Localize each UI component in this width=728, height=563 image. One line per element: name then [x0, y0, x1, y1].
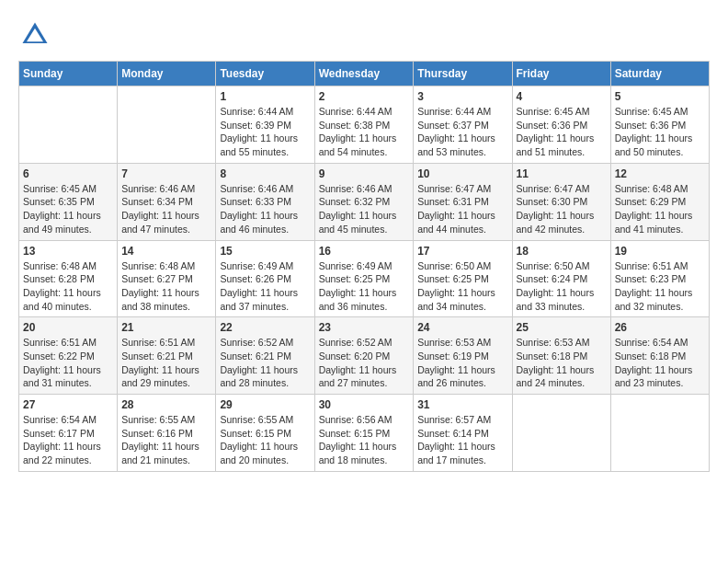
calendar-cell	[610, 395, 709, 472]
day-info: Sunrise: 6:45 AM Sunset: 6:35 PM Dayligh…	[23, 182, 113, 236]
column-header-wednesday: Wednesday	[314, 62, 414, 86]
calendar-week-row: 13Sunrise: 6:48 AM Sunset: 6:28 PM Dayli…	[19, 240, 710, 317]
day-info: Sunrise: 6:52 AM Sunset: 6:21 PM Dayligh…	[220, 336, 310, 390]
calendar-week-row: 6Sunrise: 6:45 AM Sunset: 6:35 PM Daylig…	[19, 163, 710, 240]
day-info: Sunrise: 6:52 AM Sunset: 6:20 PM Dayligh…	[319, 336, 410, 390]
page-header	[18, 18, 710, 52]
calendar-cell: 11Sunrise: 6:47 AM Sunset: 6:30 PM Dayli…	[512, 163, 610, 240]
calendar-cell: 4Sunrise: 6:45 AM Sunset: 6:36 PM Daylig…	[512, 86, 610, 164]
calendar-cell: 10Sunrise: 6:47 AM Sunset: 6:31 PM Dayli…	[414, 163, 512, 240]
day-info: Sunrise: 6:50 AM Sunset: 6:25 PM Dayligh…	[417, 259, 507, 314]
calendar-cell: 15Sunrise: 6:49 AM Sunset: 6:26 PM Dayli…	[216, 240, 314, 317]
column-header-thursday: Thursday	[414, 62, 512, 86]
day-number: 9	[319, 167, 410, 180]
day-info: Sunrise: 6:46 AM Sunset: 6:34 PM Dayligh…	[121, 182, 211, 236]
calendar-cell: 23Sunrise: 6:52 AM Sunset: 6:20 PM Dayli…	[314, 317, 414, 395]
day-info: Sunrise: 6:47 AM Sunset: 6:30 PM Dayligh…	[517, 182, 607, 236]
day-info: Sunrise: 6:55 AM Sunset: 6:15 PM Dayligh…	[220, 413, 310, 467]
day-number: 22	[220, 321, 310, 334]
day-info: Sunrise: 6:44 AM Sunset: 6:39 PM Dayligh…	[220, 105, 310, 159]
logo	[18, 18, 55, 52]
calendar-cell: 12Sunrise: 6:48 AM Sunset: 6:29 PM Dayli…	[610, 163, 709, 240]
calendar-cell: 1Sunrise: 6:44 AM Sunset: 6:39 PM Daylig…	[216, 86, 314, 164]
day-number: 11	[517, 167, 607, 180]
column-header-monday: Monday	[118, 62, 216, 86]
day-number: 31	[417, 398, 507, 411]
calendar-week-row: 20Sunrise: 6:51 AM Sunset: 6:22 PM Dayli…	[19, 317, 710, 395]
calendar-cell: 29Sunrise: 6:55 AM Sunset: 6:15 PM Dayli…	[216, 395, 314, 472]
day-number: 23	[319, 321, 410, 334]
day-number: 4	[517, 90, 607, 103]
calendar-cell: 14Sunrise: 6:48 AM Sunset: 6:27 PM Dayli…	[118, 240, 216, 317]
calendar-cell: 25Sunrise: 6:53 AM Sunset: 6:18 PM Dayli…	[512, 317, 610, 395]
day-info: Sunrise: 6:51 AM Sunset: 6:22 PM Dayligh…	[23, 336, 113, 390]
day-info: Sunrise: 6:48 AM Sunset: 6:29 PM Dayligh…	[615, 182, 705, 236]
calendar-table: SundayMondayTuesdayWednesdayThursdayFrid…	[18, 61, 710, 472]
calendar-cell: 8Sunrise: 6:46 AM Sunset: 6:33 PM Daylig…	[216, 163, 314, 240]
day-number: 10	[417, 167, 507, 180]
day-number: 14	[121, 245, 211, 258]
calendar-week-row: 27Sunrise: 6:54 AM Sunset: 6:17 PM Dayli…	[19, 395, 710, 472]
day-number: 21	[121, 321, 211, 334]
calendar-cell: 2Sunrise: 6:44 AM Sunset: 6:38 PM Daylig…	[314, 86, 414, 164]
calendar-cell: 21Sunrise: 6:51 AM Sunset: 6:21 PM Dayli…	[118, 317, 216, 395]
day-info: Sunrise: 6:44 AM Sunset: 6:37 PM Dayligh…	[417, 105, 507, 159]
day-info: Sunrise: 6:46 AM Sunset: 6:32 PM Dayligh…	[319, 182, 410, 236]
day-info: Sunrise: 6:48 AM Sunset: 6:28 PM Dayligh…	[23, 259, 113, 314]
day-info: Sunrise: 6:45 AM Sunset: 6:36 PM Dayligh…	[615, 105, 705, 159]
day-number: 30	[319, 398, 410, 411]
calendar-week-row: 1Sunrise: 6:44 AM Sunset: 6:39 PM Daylig…	[19, 86, 710, 164]
day-info: Sunrise: 6:54 AM Sunset: 6:18 PM Dayligh…	[615, 336, 705, 390]
calendar-cell: 19Sunrise: 6:51 AM Sunset: 6:23 PM Dayli…	[610, 240, 709, 317]
day-info: Sunrise: 6:54 AM Sunset: 6:17 PM Dayligh…	[23, 413, 113, 467]
day-info: Sunrise: 6:45 AM Sunset: 6:36 PM Dayligh…	[517, 105, 607, 159]
calendar-cell: 20Sunrise: 6:51 AM Sunset: 6:22 PM Dayli…	[19, 317, 118, 395]
logo-icon	[18, 18, 51, 52]
calendar-cell: 9Sunrise: 6:46 AM Sunset: 6:32 PM Daylig…	[314, 163, 414, 240]
day-info: Sunrise: 6:48 AM Sunset: 6:27 PM Dayligh…	[121, 259, 211, 314]
calendar-cell: 3Sunrise: 6:44 AM Sunset: 6:37 PM Daylig…	[414, 86, 512, 164]
day-number: 18	[517, 245, 607, 258]
day-number: 25	[517, 321, 607, 334]
day-info: Sunrise: 6:51 AM Sunset: 6:23 PM Dayligh…	[615, 259, 705, 314]
calendar-cell: 31Sunrise: 6:57 AM Sunset: 6:14 PM Dayli…	[414, 395, 512, 472]
calendar-cell: 13Sunrise: 6:48 AM Sunset: 6:28 PM Dayli…	[19, 240, 118, 317]
calendar-cell: 5Sunrise: 6:45 AM Sunset: 6:36 PM Daylig…	[610, 86, 709, 164]
calendar-cell	[19, 86, 118, 164]
day-number: 19	[615, 245, 705, 258]
column-header-tuesday: Tuesday	[216, 62, 314, 86]
day-info: Sunrise: 6:49 AM Sunset: 6:26 PM Dayligh…	[220, 259, 310, 314]
day-number: 27	[23, 398, 113, 411]
day-number: 29	[220, 398, 310, 411]
day-info: Sunrise: 6:56 AM Sunset: 6:15 PM Dayligh…	[319, 413, 410, 467]
calendar-cell: 22Sunrise: 6:52 AM Sunset: 6:21 PM Dayli…	[216, 317, 314, 395]
day-info: Sunrise: 6:47 AM Sunset: 6:31 PM Dayligh…	[417, 182, 507, 236]
day-info: Sunrise: 6:50 AM Sunset: 6:24 PM Dayligh…	[517, 259, 607, 314]
day-number: 13	[23, 245, 113, 258]
column-header-friday: Friday	[512, 62, 610, 86]
day-number: 3	[417, 90, 507, 103]
calendar-cell: 17Sunrise: 6:50 AM Sunset: 6:25 PM Dayli…	[414, 240, 512, 317]
day-number: 24	[417, 321, 507, 334]
day-number: 26	[615, 321, 705, 334]
day-number: 20	[23, 321, 113, 334]
day-info: Sunrise: 6:46 AM Sunset: 6:33 PM Dayligh…	[220, 182, 310, 236]
calendar-cell: 7Sunrise: 6:46 AM Sunset: 6:34 PM Daylig…	[118, 163, 216, 240]
column-header-sunday: Sunday	[19, 62, 118, 86]
calendar-cell: 24Sunrise: 6:53 AM Sunset: 6:19 PM Dayli…	[414, 317, 512, 395]
calendar-cell: 26Sunrise: 6:54 AM Sunset: 6:18 PM Dayli…	[610, 317, 709, 395]
calendar-cell: 18Sunrise: 6:50 AM Sunset: 6:24 PM Dayli…	[512, 240, 610, 317]
calendar-cell: 30Sunrise: 6:56 AM Sunset: 6:15 PM Dayli…	[314, 395, 414, 472]
calendar-cell: 16Sunrise: 6:49 AM Sunset: 6:25 PM Dayli…	[314, 240, 414, 317]
day-number: 6	[23, 167, 113, 180]
day-number: 16	[319, 245, 410, 258]
column-header-saturday: Saturday	[610, 62, 709, 86]
calendar-cell	[512, 395, 610, 472]
day-number: 17	[417, 245, 507, 258]
day-number: 5	[615, 90, 705, 103]
day-info: Sunrise: 6:51 AM Sunset: 6:21 PM Dayligh…	[121, 336, 211, 390]
calendar-header-row: SundayMondayTuesdayWednesdayThursdayFrid…	[19, 62, 710, 86]
day-number: 1	[220, 90, 310, 103]
day-number: 7	[121, 167, 211, 180]
calendar-cell: 28Sunrise: 6:55 AM Sunset: 6:16 PM Dayli…	[118, 395, 216, 472]
